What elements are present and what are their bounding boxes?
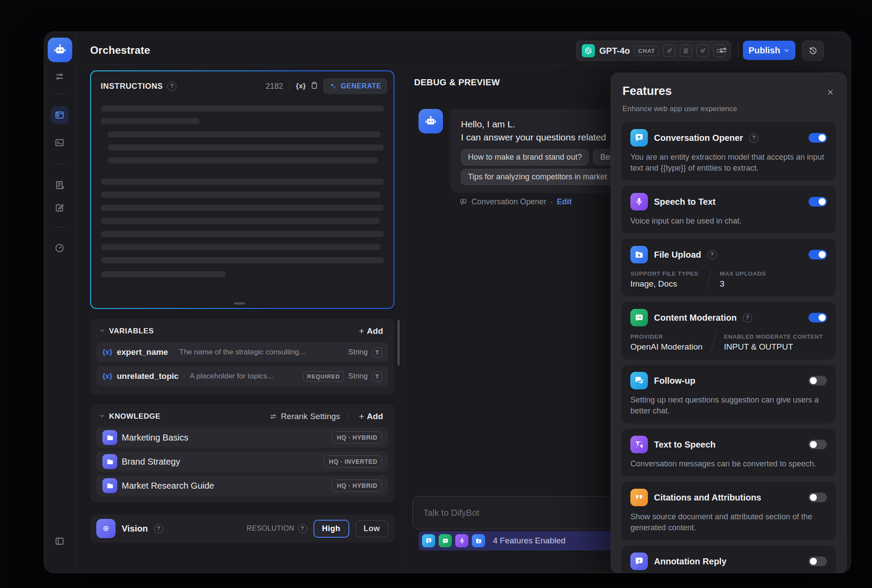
text-type-icon[interactable]: T <box>372 347 382 357</box>
feature-title: Citations and Attributions <box>654 493 761 503</box>
help-icon[interactable]: ? <box>743 313 752 322</box>
meta-column: PROVIDER OpenAI Moderation <box>630 333 703 352</box>
add-variable-button[interactable]: +Add <box>356 326 386 336</box>
help-icon[interactable]: ? <box>298 524 307 533</box>
app-window: Orchestrate GPT-4o CHAT Publish INSTRUCT… <box>44 32 851 573</box>
help-icon[interactable]: ? <box>167 82 176 91</box>
generate-label: GENERATE <box>341 82 381 90</box>
header-divider <box>75 64 851 65</box>
clipboard-icon[interactable] <box>310 81 319 91</box>
app-logo-robot-icon[interactable] <box>48 38 72 62</box>
help-icon[interactable]: ? <box>749 133 758 143</box>
instructions-panel[interactable]: INSTRUCTIONS ? 2182 {x} GENERATE <box>90 70 394 309</box>
annotation-reply-icon <box>630 553 648 570</box>
chevron-down-icon[interactable] <box>99 413 105 421</box>
publish-label: Publish <box>749 46 780 56</box>
debug-preview-title: DEBUG & PREVIEW <box>414 77 500 88</box>
insert-variable-icon[interactable]: {x} <box>296 82 306 91</box>
help-icon[interactable]: ? <box>707 250 717 259</box>
vision-row: Vision ? RESOLUTION ? High Low <box>90 514 394 542</box>
knowledge-name: Brand Strategy <box>122 457 180 467</box>
conversation-opener-toggle[interactable] <box>809 133 827 143</box>
logs-icon[interactable] <box>51 176 68 194</box>
vision-capability-icon <box>663 45 675 57</box>
variable-desc: The name of the strategic consulting... <box>179 348 305 357</box>
knowledge-row[interactable]: Brand Strategy HQ · INVERTED <box>96 452 388 472</box>
file-upload-toggle[interactable] <box>809 250 827 259</box>
feature-card-file-upload: File Upload ? SUPPORT FILE TYPES Image, … <box>622 239 836 297</box>
features-panel: Features Enhance web app user experience… <box>611 73 847 573</box>
feature-description: Voice input can be used in chat. <box>630 216 827 227</box>
knowledge-row[interactable]: Market Research Guide HQ · HYBRID <box>96 476 388 496</box>
conversation-opener-row: Conversation Opener · Edit <box>459 197 572 206</box>
variable-row[interactable]: {x} expert_name · The name of the strate… <box>96 342 388 362</box>
speech-to-text-toggle[interactable] <box>809 197 827 206</box>
publish-button[interactable]: Publish <box>743 41 795 60</box>
resize-handle[interactable] <box>234 302 245 304</box>
bot-avatar <box>418 109 443 133</box>
variable-type: String <box>348 372 368 381</box>
divider <box>348 412 348 421</box>
model-mode-badge: CHAT <box>634 46 659 56</box>
feature-card-conversation-opener: Conversation Opener ? You are an entity … <box>622 122 836 181</box>
annotation-edit-icon[interactable] <box>51 199 68 217</box>
text-to-speech-toggle[interactable] <box>809 440 827 449</box>
rerank-settings-button[interactable]: Rerank Settings <box>269 412 340 421</box>
resolution-low-button[interactable]: Low <box>355 520 389 537</box>
speech-to-text-mini-icon <box>455 534 468 547</box>
file-upload-mini-icon <box>472 534 485 547</box>
meta-value: Image, Docs <box>630 279 698 289</box>
meta-value: OpenAI Moderation <box>630 342 703 352</box>
feature-title: Annotation Reply <box>654 556 727 567</box>
chevron-down-icon[interactable] <box>99 327 105 336</box>
page-title: Orchestrate <box>90 44 150 56</box>
variable-icon: {x} <box>102 348 113 357</box>
text-type-icon[interactable]: T <box>372 371 382 382</box>
feature-description: Show source document and attributed sect… <box>630 511 827 533</box>
follow-up-toggle[interactable] <box>809 376 827 385</box>
resolution-high-button[interactable]: High <box>313 520 349 538</box>
model-config-sliders-icon[interactable] <box>714 41 733 60</box>
content-moderation-toggle[interactable] <box>809 313 827 322</box>
left-column-scrollbar[interactable] <box>397 320 400 366</box>
help-icon[interactable]: ? <box>154 524 163 533</box>
close-icon[interactable] <box>824 86 837 98</box>
sidebar-divider <box>53 227 66 228</box>
suggested-question-chip[interactable]: Tips for analyzing competitors in market <box>461 169 614 185</box>
conversation-opener-mini-icon <box>422 534 435 547</box>
citations-toggle[interactable] <box>809 493 827 502</box>
knowledge-badge: HQ · HYBRID <box>332 431 382 444</box>
separator-dot: · <box>172 348 175 356</box>
knowledge-row[interactable]: Marketing Basics HQ · HYBRID <box>96 427 388 448</box>
knowledge-badge: HQ · HYBRID <box>332 480 382 492</box>
variable-row[interactable]: {x} unrelated_topic · A placeholder for … <box>96 366 388 386</box>
char-count: 2182 <box>266 82 283 91</box>
document-capability-icon <box>680 45 692 57</box>
orchestrate-window-icon[interactable] <box>51 106 68 124</box>
variables-section: VARIABLES +Add {x} expert_name · The nam… <box>90 319 394 394</box>
generate-button[interactable]: GENERATE <box>323 78 387 94</box>
version-history-button[interactable] <box>802 41 824 61</box>
variables-title: VARIABLES <box>109 327 154 336</box>
add-knowledge-button[interactable]: +Add <box>356 411 386 422</box>
edit-opener-link[interactable]: Edit <box>557 197 572 206</box>
collapse-panel-icon[interactable] <box>51 532 68 550</box>
audio-capability-icon <box>696 45 709 57</box>
knowledge-folder-icon <box>102 478 117 493</box>
model-selector[interactable]: GPT-4o CHAT <box>576 41 731 61</box>
plus-icon: + <box>359 411 364 422</box>
meta-label: ENABLED MODERATE CONTENT <box>724 333 823 340</box>
sliders-icon[interactable] <box>51 68 68 85</box>
knowledge-folder-icon <box>102 454 117 469</box>
suggested-question-chip[interactable]: How to make a brand stand out? <box>461 149 589 165</box>
knowledge-badge: HQ · INVERTED <box>324 455 382 468</box>
monitoring-gauge-icon[interactable] <box>51 239 68 257</box>
plus-icon: + <box>359 326 364 336</box>
annotation-reply-toggle[interactable] <box>809 556 827 566</box>
meta-column: SUPPORT FILE TYPES Image, Docs <box>630 270 698 289</box>
terminal-icon[interactable] <box>51 134 68 151</box>
variable-type: String <box>348 348 368 357</box>
model-name: GPT-4o <box>599 46 630 56</box>
meta-column: MAX UPLOADS 3 <box>720 270 766 289</box>
feature-card-text-to-speech: Text to Speech Conversation messages can… <box>622 429 836 476</box>
